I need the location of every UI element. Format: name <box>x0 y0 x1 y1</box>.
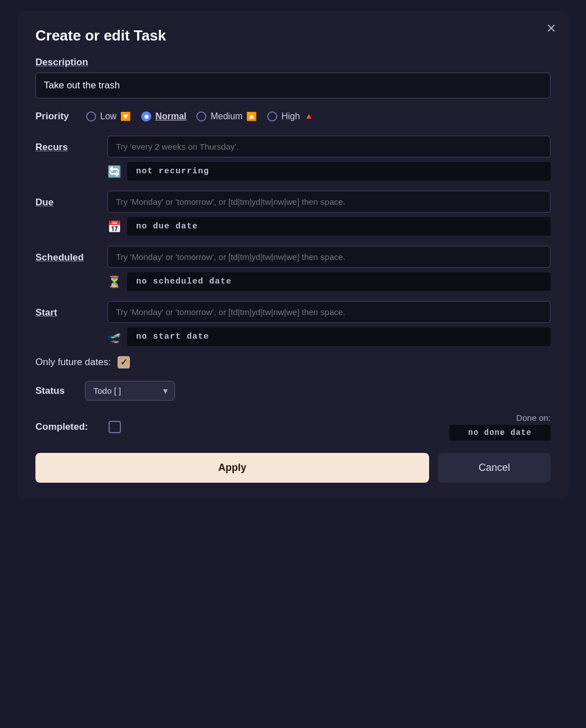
apply-button[interactable]: Apply <box>35 453 429 483</box>
cancel-button[interactable]: Cancel <box>438 453 551 483</box>
priority-radio-normal <box>141 111 151 122</box>
priority-option-normal[interactable]: Normal <box>141 111 186 122</box>
due-input[interactable] <box>107 191 551 213</box>
start-section: Start 🛫 no start date <box>35 301 551 346</box>
priority-option-low[interactable]: Low 🔽 <box>86 111 131 122</box>
due-status: no due date <box>127 217 551 236</box>
checkmark-icon: ✓ <box>120 357 128 367</box>
scheduled-input[interactable] <box>107 246 551 268</box>
high-icon: 🔺 <box>304 111 314 122</box>
status-dropdown-wrapper: Todo [ ] In Progress Done Cancelled ▼ <box>85 381 175 401</box>
status-label: Status <box>35 385 75 397</box>
priority-option-high[interactable]: High 🔺 <box>267 111 314 122</box>
future-dates-label: Only future dates: <box>35 357 111 368</box>
due-sub: 📅 no due date <box>107 217 551 236</box>
start-row: Start <box>35 301 551 323</box>
start-label: Start <box>35 301 97 318</box>
due-row: Due <box>35 191 551 213</box>
priority-label-low: Low <box>100 111 116 122</box>
create-edit-task-modal: ✕ Create or edit Task Description Priori… <box>17 11 569 498</box>
completed-label: Completed: <box>35 421 109 433</box>
completed-checkbox[interactable] <box>109 421 121 433</box>
scheduled-icon: ⏳ <box>107 275 121 289</box>
due-section: Due 📅 no due date <box>35 191 551 236</box>
priority-label-normal: Normal <box>155 111 186 122</box>
scheduled-status: no scheduled date <box>127 272 551 291</box>
priority-label-high: High <box>281 111 300 122</box>
priority-radio-low <box>86 111 96 122</box>
status-dropdown[interactable]: Todo [ ] In Progress Done Cancelled <box>85 381 175 401</box>
scheduled-row: Scheduled <box>35 246 551 268</box>
done-on-section: Done on: no done date <box>449 413 551 441</box>
priority-section: Priority Low 🔽 Normal Medium 🔼 H <box>35 111 551 122</box>
future-dates-row: Only future dates: ✓ <box>35 356 551 369</box>
recurs-label: Recurs <box>35 136 97 153</box>
done-on-value: no done date <box>449 425 551 441</box>
priority-radio-medium <box>196 111 206 122</box>
recurs-row: Recurs <box>35 136 551 158</box>
description-label: Description <box>35 57 551 68</box>
recurs-input[interactable] <box>107 136 551 158</box>
completed-done-row: Completed: Done on: no done date <box>35 413 551 441</box>
priority-radio-high <box>267 111 277 122</box>
start-input[interactable] <box>107 301 551 323</box>
future-dates-checkbox[interactable]: ✓ <box>118 356 130 369</box>
medium-icon: 🔼 <box>246 111 257 122</box>
description-section: Description <box>35 57 551 111</box>
recurs-status: not recurring <box>127 162 551 181</box>
low-icon: 🔽 <box>120 111 131 122</box>
priority-options: Low 🔽 Normal Medium 🔼 High 🔺 <box>86 111 314 122</box>
start-icon: 🛫 <box>107 330 121 344</box>
close-button[interactable]: ✕ <box>546 23 556 35</box>
modal-title: Create or edit Task <box>35 27 551 44</box>
priority-label-medium: Medium <box>210 111 242 122</box>
recurs-icon: 🔄 <box>107 165 121 178</box>
button-row: Apply Cancel <box>35 453 551 483</box>
scheduled-sub: ⏳ no scheduled date <box>107 272 551 291</box>
priority-label: Priority <box>35 111 86 122</box>
description-input[interactable] <box>35 73 551 98</box>
done-on-label: Done on: <box>449 413 551 423</box>
start-sub: 🛫 no start date <box>107 327 551 346</box>
recurs-section: Recurs 🔄 not recurring <box>35 136 551 181</box>
status-row: Status Todo [ ] In Progress Done Cancell… <box>35 381 551 401</box>
due-icon: 📅 <box>107 220 121 233</box>
scheduled-label: Scheduled <box>35 246 97 263</box>
scheduled-section: Scheduled ⏳ no scheduled date <box>35 246 551 291</box>
priority-option-medium[interactable]: Medium 🔼 <box>196 111 257 122</box>
due-label: Due <box>35 191 97 208</box>
start-status: no start date <box>127 327 551 346</box>
recurs-sub: 🔄 not recurring <box>107 162 551 181</box>
